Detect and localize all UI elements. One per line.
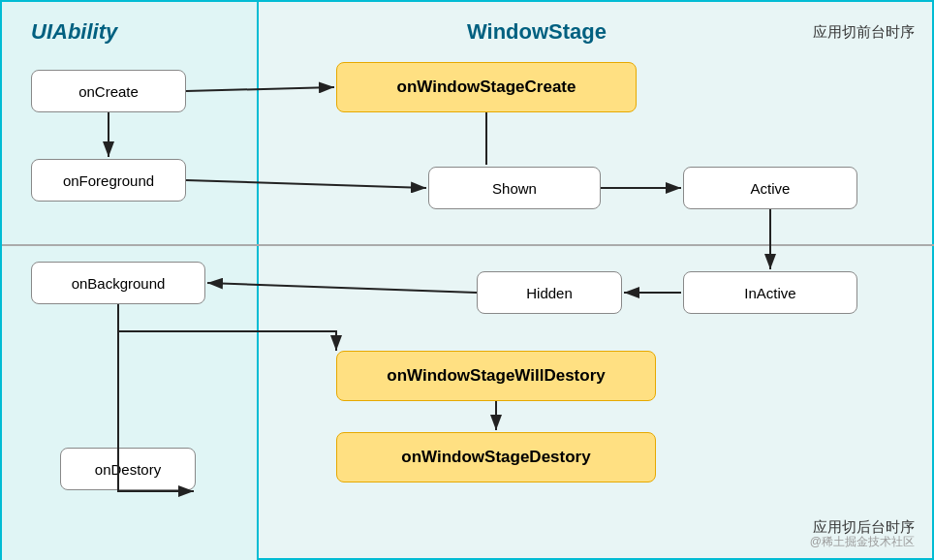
- uiability-title: UIAbility: [31, 19, 117, 45]
- node-oncreate: onCreate: [31, 70, 186, 112]
- node-onforeground: onForeground: [31, 159, 186, 202]
- watermark: @稀土掘金技术社区: [810, 534, 915, 550]
- node-onwindowstagewilldestory: onWindowStageWillDestory: [336, 351, 656, 401]
- node-ondestory: onDestory: [60, 448, 196, 490]
- label-foreground: 应用切前台时序: [813, 23, 915, 42]
- diagram-container: UIAbility WindowStage onCreate onForegro…: [0, 0, 934, 560]
- windowstage-title: WindowStage: [467, 19, 607, 45]
- h-divider: [2, 244, 934, 246]
- node-active: Active: [683, 167, 857, 209]
- node-hidden: Hidden: [477, 271, 622, 314]
- node-onbackground: onBackground: [31, 262, 205, 304]
- node-onwindowstagedestory: onWindowStageDestory: [336, 432, 656, 482]
- node-onwindowstagecreate: onWindowStageCreate: [336, 62, 637, 112]
- node-shown: Shown: [428, 167, 601, 209]
- node-inactive: InActive: [683, 271, 857, 314]
